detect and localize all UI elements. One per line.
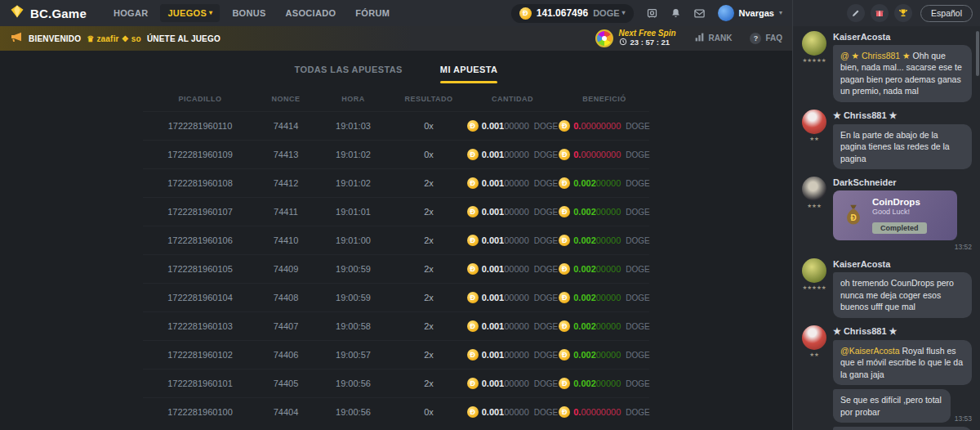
coindrops-card[interactable]: Ð CoinDrops Good Luck! Completed bbox=[833, 190, 957, 240]
edit-icon[interactable] bbox=[847, 4, 865, 22]
bet-time: 19:00:59 bbox=[314, 264, 392, 274]
bet-result: 2x bbox=[392, 293, 466, 302]
amount-currency: DOGE bbox=[534, 379, 558, 388]
welcome-banner: BIENVENIDO ♛ zaafir ❖ so ÚNETE AL JUEGO … bbox=[0, 26, 792, 51]
bet-time: 19:01:03 bbox=[314, 121, 392, 131]
bet-row[interactable]: 1722281960110 74414 19:01:03 0x Ð 0.0010… bbox=[143, 111, 649, 140]
nav-bonus[interactable]: BONUS bbox=[225, 4, 273, 22]
bet-row[interactable]: 1722281960103 74407 19:00:58 2x Ð 0.0010… bbox=[143, 311, 649, 340]
amount-currency: DOGE bbox=[534, 236, 558, 245]
doge-coin-icon: Ð bbox=[467, 206, 479, 217]
bet-row[interactable]: 1722281960102 74406 19:00:57 2x Ð 0.0010… bbox=[143, 340, 649, 369]
bet-nonce: 74414 bbox=[257, 121, 314, 131]
language-button[interactable]: Español bbox=[920, 5, 973, 22]
avatar[interactable] bbox=[802, 110, 826, 134]
tab-todas-las-apuestas[interactable]: TODAS LAS APUESTAS bbox=[295, 65, 403, 83]
clock-icon bbox=[619, 38, 627, 48]
rank-link[interactable]: RANK bbox=[694, 32, 733, 44]
chat-username[interactable]: KaiserAcosta bbox=[833, 259, 972, 269]
bell-icon[interactable] bbox=[670, 7, 682, 20]
avatar[interactable] bbox=[802, 31, 826, 56]
bet-row[interactable]: 1722281960109 74413 19:01:02 0x Ð 0.0010… bbox=[143, 140, 649, 168]
welcome-username[interactable]: ♛ zaafir ❖ so bbox=[87, 34, 141, 43]
chat-bubble: En la parte de abajo de la pagina tienes… bbox=[833, 124, 972, 169]
nav-hogar[interactable]: HOGAR bbox=[106, 4, 155, 22]
profit-currency: DOGE bbox=[626, 322, 649, 331]
mail-icon[interactable] bbox=[693, 7, 706, 20]
bet-nonce: 74411 bbox=[257, 207, 314, 217]
bet-row[interactable]: 1722281960100 74404 19:00:56 0x Ð 0.0010… bbox=[143, 397, 649, 426]
vault-icon[interactable] bbox=[646, 7, 658, 20]
chat-username[interactable]: ★ Chriss881 ★ bbox=[833, 326, 972, 337]
user-stars: ★★★★★ bbox=[802, 284, 826, 291]
nav-asociado[interactable]: ASOCIADO bbox=[278, 4, 344, 22]
bet-profit: Ð 0.00200000 DOGE bbox=[559, 320, 649, 332]
bet-row[interactable]: 1722281960108 74412 19:01:02 2x Ð 0.0010… bbox=[143, 168, 649, 197]
col-picadillo: PICADILLO bbox=[143, 95, 257, 103]
bet-result: 2x bbox=[392, 207, 466, 217]
col-cantidad: CANTIDAD bbox=[466, 95, 559, 103]
user-menu[interactable]: Nvargas ▾ bbox=[718, 5, 782, 21]
col-resultado: RESULTADO bbox=[392, 95, 466, 103]
amount-currency: DOGE bbox=[534, 122, 558, 131]
gift-icon[interactable] bbox=[871, 4, 889, 22]
avatar[interactable] bbox=[802, 325, 826, 350]
chat-text: oh tremendo CounDrops pero nunca me deja… bbox=[840, 278, 954, 311]
faq-link[interactable]: ? FAQ bbox=[750, 33, 782, 44]
doge-coin-icon: Ð bbox=[559, 120, 570, 132]
bet-hash: 1722281960106 bbox=[143, 235, 257, 245]
amount-currency: DOGE bbox=[534, 208, 558, 217]
chat-username[interactable]: ★ Chriss881 ★ bbox=[833, 110, 972, 121]
navbar-icons bbox=[646, 7, 706, 20]
bet-amount: Ð 0.00100000 DOGE bbox=[466, 406, 559, 418]
megaphone-icon bbox=[10, 30, 23, 47]
doge-coin-icon: Ð bbox=[467, 263, 479, 275]
avatar[interactable] bbox=[802, 258, 826, 283]
bets-tabs: TODAS LAS APUESTAS MI APUESTA bbox=[0, 51, 792, 83]
free-spin-widget[interactable]: Next Free Spin 23 : 57 : 21 bbox=[595, 29, 676, 48]
avatar[interactable] bbox=[802, 177, 826, 201]
mention[interactable]: @KaiserAcosta bbox=[840, 346, 900, 356]
tab-mi-apuesta[interactable]: MI APUESTA bbox=[440, 65, 498, 83]
trophy-icon[interactable] bbox=[894, 4, 912, 22]
main-column: BC.Game HOGAR JUEGOS▾ BONUS ASOCIADO FÓR… bbox=[0, 0, 792, 430]
bet-row[interactable]: 1722281960101 74405 19:00:56 2x Ð 0.0010… bbox=[143, 369, 649, 397]
welcome-cta: ÚNETE AL JUEGO bbox=[147, 34, 220, 43]
profit-currency: DOGE bbox=[626, 236, 649, 245]
user-name: Nvargas bbox=[739, 8, 774, 18]
bet-profit: Ð 0.00200000 DOGE bbox=[559, 292, 649, 303]
profit-currency: DOGE bbox=[626, 408, 649, 417]
bet-time: 19:00:59 bbox=[314, 293, 392, 302]
bet-result: 2x bbox=[392, 264, 466, 274]
bet-time: 19:00:57 bbox=[314, 350, 392, 360]
mention[interactable]: @ ★ Chriss881 ★ bbox=[840, 51, 911, 60]
bet-amount: Ð 0.00100000 DOGE bbox=[466, 320, 559, 332]
doge-coin-icon: Ð bbox=[559, 235, 570, 246]
bet-nonce: 74405 bbox=[257, 378, 314, 388]
balance-selector[interactable]: Ð 141.067496 DOGE▾ bbox=[511, 4, 634, 23]
bet-result: 2x bbox=[392, 178, 466, 188]
chat-scrollbar[interactable] bbox=[976, 31, 979, 76]
profit-currency: DOGE bbox=[626, 265, 649, 274]
coindrops-completed-button[interactable]: Completed bbox=[872, 222, 927, 234]
bet-row[interactable]: 1722281960107 74411 19:01:01 2x Ð 0.0010… bbox=[143, 197, 649, 226]
app-root: BC.Game HOGAR JUEGOS▾ BONUS ASOCIADO FÓR… bbox=[0, 0, 980, 430]
chat-bubble: Se que es difícil ,pero total por probar bbox=[833, 389, 951, 423]
bet-result: 0x bbox=[392, 150, 466, 159]
chat-username[interactable]: DarkSchneider bbox=[833, 177, 972, 187]
bcgame-logo[interactable]: BC.Game bbox=[10, 4, 87, 22]
bet-profit: Ð 0.00000000 DOGE bbox=[559, 149, 649, 160]
bet-row[interactable]: 1722281960106 74410 19:01:00 2x Ð 0.0010… bbox=[143, 226, 649, 254]
bet-row[interactable]: 1722281960104 74408 19:00:59 2x Ð 0.0010… bbox=[143, 283, 649, 311]
chevron-down-icon: ▾ bbox=[779, 10, 782, 16]
top-navbar: BC.Game HOGAR JUEGOS▾ BONUS ASOCIADO FÓR… bbox=[0, 0, 792, 26]
bet-row[interactable]: 1722281960105 74409 19:00:59 2x Ð 0.0010… bbox=[143, 254, 649, 283]
doge-coin-icon: Ð bbox=[467, 378, 479, 389]
bet-hash: 1722281960103 bbox=[143, 321, 257, 331]
profit-currency: DOGE bbox=[626, 379, 649, 388]
chat-message: ★★★ DarkSchneider Ð CoinDrops Good Luck!… bbox=[801, 177, 972, 251]
nav-juegos[interactable]: JUEGOS▾ bbox=[160, 4, 220, 22]
nav-forum[interactable]: FÓRUM bbox=[348, 4, 397, 22]
main-nav: HOGAR JUEGOS▾ BONUS ASOCIADO FÓRUM bbox=[106, 4, 397, 22]
chat-username[interactable]: KaiserAcosta bbox=[833, 32, 972, 42]
